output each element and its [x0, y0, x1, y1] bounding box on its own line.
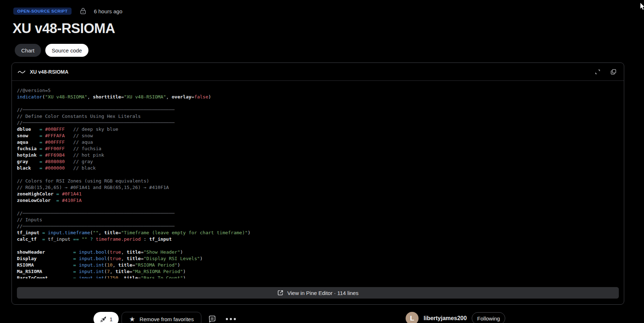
tab-source-code[interactable]: Source code	[45, 44, 88, 57]
tab-chart[interactable]: Chart	[15, 44, 41, 57]
code-card-actions	[593, 67, 618, 77]
comments-button[interactable]	[204, 312, 220, 323]
view-tabs: Chart Source code	[15, 44, 88, 57]
star-icon: ★	[129, 316, 135, 323]
author-row: L libertyjames200 Following	[406, 312, 505, 323]
more-options-icon	[226, 318, 236, 320]
boost-count: 1	[110, 316, 113, 322]
mouse-cursor	[640, 3, 644, 11]
sparkline-icon	[18, 69, 26, 74]
more-options-button[interactable]	[223, 312, 239, 323]
remove-from-favorites-label: Remove from favorites	[140, 316, 194, 322]
view-in-pine-editor-button[interactable]: View in Pine Editor · 114 lines	[17, 287, 619, 299]
author-username[interactable]: libertyjames200	[424, 315, 467, 322]
page-title: XU v48-RSIOMA	[13, 21, 115, 36]
open-source-script-badge: OPEN-SOURCE SCRIPT	[13, 8, 72, 15]
code-content[interactable]: //@version=5indicator("XU v48-RSIOMA", s…	[12, 81, 624, 278]
code-card-title: XU v48-RSIOMA	[30, 69, 68, 75]
published-timestamp: 6 hours ago	[94, 8, 122, 14]
view-in-pine-editor-label: View in Pine Editor · 114 lines	[287, 290, 358, 296]
comment-icon	[208, 315, 216, 323]
lock-icon	[79, 7, 87, 15]
fullscreen-icon[interactable]	[593, 67, 602, 77]
code-card-header: XU v48-RSIOMA	[12, 63, 624, 81]
script-action-bar: 1 ★ Remove from favorites	[93, 312, 239, 323]
source-code-card: XU v48-RSIOMA //@version=5indicator("XU …	[12, 63, 624, 305]
remove-from-favorites-button[interactable]: ★ Remove from favorites	[122, 312, 201, 323]
copy-icon[interactable]	[609, 67, 618, 77]
following-button[interactable]: Following	[472, 312, 505, 323]
author-avatar[interactable]: L	[406, 312, 419, 323]
boost-button[interactable]: 1	[93, 312, 119, 323]
script-meta-row: OPEN-SOURCE SCRIPT 6 hours ago	[13, 7, 122, 15]
script-page: { "header": { "badge": "OPEN-SOURCE SCRI…	[0, 0, 644, 323]
external-link-icon	[277, 290, 284, 296]
rocket-icon	[100, 315, 107, 323]
